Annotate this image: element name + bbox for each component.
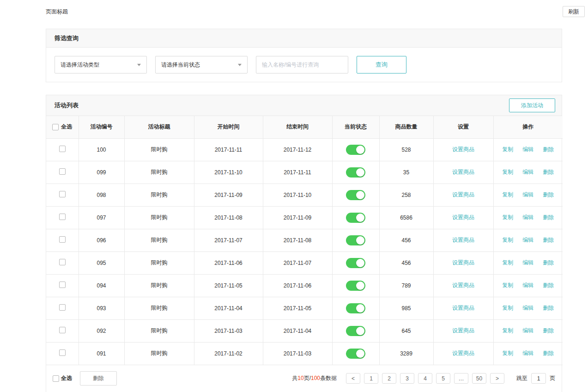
status-toggle[interactable] <box>346 281 365 291</box>
delete-link[interactable]: 删除 <box>543 191 554 199</box>
edit-link[interactable]: 编辑 <box>522 146 533 153</box>
status-toggle[interactable] <box>346 303 365 313</box>
row-checkbox[interactable] <box>59 282 66 288</box>
page-button-5[interactable]: 5 <box>436 373 450 384</box>
delete-link[interactable]: 删除 <box>543 236 554 244</box>
select-all-checkbox[interactable] <box>52 124 59 130</box>
row-checkbox[interactable] <box>59 168 66 175</box>
set-product-link[interactable]: 设置商品 <box>452 327 474 334</box>
status-toggle[interactable] <box>346 258 365 268</box>
delete-link[interactable]: 删除 <box>543 168 554 176</box>
column-start-time: 开始时间 <box>194 116 263 138</box>
refresh-button[interactable]: 刷新 <box>563 6 585 17</box>
end-time: 2017-11-09 <box>263 206 332 229</box>
jump-page-input[interactable] <box>531 373 546 384</box>
end-time: 2017-11-05 <box>263 297 332 319</box>
row-checkbox[interactable] <box>59 304 66 311</box>
edit-link[interactable]: 编辑 <box>522 304 533 312</box>
copy-link[interactable]: 复制 <box>502 304 513 312</box>
set-product-link[interactable]: 设置商品 <box>452 350 474 356</box>
next-page-button[interactable]: > <box>490 373 504 384</box>
copy-link[interactable]: 复制 <box>502 282 513 289</box>
edit-link[interactable]: 编辑 <box>522 236 533 244</box>
delete-link[interactable]: 删除 <box>543 349 554 357</box>
row-checkbox-cell <box>46 297 79 319</box>
column-actions: 操作 <box>493 116 563 138</box>
prev-page-button[interactable]: < <box>346 373 360 384</box>
activity-type-select[interactable]: 请选择活动类型 <box>55 56 147 74</box>
query-button[interactable]: 查询 <box>357 56 406 74</box>
settings-cell: 设置商品 <box>433 342 493 365</box>
edit-link[interactable]: 编辑 <box>522 168 533 176</box>
delete-link[interactable]: 删除 <box>543 214 554 221</box>
copy-link[interactable]: 复制 <box>502 191 513 199</box>
delete-link[interactable]: 删除 <box>543 304 554 312</box>
delete-link[interactable]: 删除 <box>543 327 554 335</box>
copy-link[interactable]: 复制 <box>502 146 513 153</box>
set-product-link[interactable]: 设置商品 <box>452 214 474 220</box>
page-button-3[interactable]: 3 <box>400 373 414 384</box>
page-button-50[interactable]: 50 <box>472 373 486 384</box>
status-toggle[interactable] <box>346 349 365 359</box>
add-activity-button[interactable]: 添加活动 <box>509 98 555 112</box>
set-product-link[interactable]: 设置商品 <box>452 169 474 175</box>
row-checkbox[interactable] <box>59 259 66 265</box>
copy-link[interactable]: 复制 <box>502 214 513 221</box>
copy-link[interactable]: 复制 <box>502 168 513 176</box>
filter-title: 筛选查询 <box>55 34 79 43</box>
page-button-4[interactable]: 4 <box>418 373 432 384</box>
copy-link[interactable]: 复制 <box>502 349 513 357</box>
delete-link[interactable]: 删除 <box>543 146 554 153</box>
row-checkbox[interactable] <box>59 214 66 220</box>
batch-delete-button[interactable]: 删除 <box>80 371 117 386</box>
status-toggle[interactable] <box>346 145 365 155</box>
row-checkbox-cell <box>46 206 79 229</box>
footer-select-all-checkbox[interactable] <box>53 375 59 382</box>
status-cell <box>332 274 379 297</box>
edit-link[interactable]: 编辑 <box>522 259 533 267</box>
status-toggle[interactable] <box>346 326 365 336</box>
edit-link[interactable]: 编辑 <box>522 191 533 199</box>
delete-link[interactable]: 删除 <box>543 259 554 267</box>
copy-link[interactable]: 复制 <box>502 259 513 267</box>
jump-group: 跳至 页 <box>516 373 555 384</box>
actions-cell: 复制 编辑 删除 <box>493 342 563 365</box>
row-checkbox[interactable] <box>59 327 66 333</box>
actions-cell: 复制 编辑 删除 <box>493 161 563 184</box>
activity-title: 限时购 <box>124 251 194 274</box>
row-checkbox[interactable] <box>59 236 66 243</box>
settings-cell: 设置商品 <box>433 138 493 161</box>
set-product-link[interactable]: 设置商品 <box>452 191 474 198</box>
row-checkbox-cell <box>46 342 79 365</box>
status-toggle[interactable] <box>346 235 365 245</box>
delete-link[interactable]: 删除 <box>543 282 554 289</box>
page-button-2[interactable]: 2 <box>382 373 396 384</box>
set-product-link[interactable]: 设置商品 <box>452 305 474 311</box>
set-product-link[interactable]: 设置商品 <box>452 146 474 153</box>
page-button-1[interactable]: 1 <box>364 373 378 384</box>
end-time: 2017-11-07 <box>263 251 332 274</box>
column-select-all: 全选 <box>46 116 79 138</box>
status-cell <box>332 297 379 319</box>
status-toggle[interactable] <box>346 213 365 223</box>
edit-link[interactable]: 编辑 <box>522 349 533 357</box>
footer-select-all-label: 全选 <box>61 374 72 382</box>
status-toggle[interactable] <box>346 190 365 200</box>
status-toggle[interactable] <box>346 167 365 178</box>
set-product-link[interactable]: 设置商品 <box>452 237 474 243</box>
edit-link[interactable]: 编辑 <box>522 214 533 221</box>
row-checkbox[interactable] <box>59 191 66 197</box>
current-status-select[interactable]: 请选择当前状态 <box>155 56 248 74</box>
column-activity-id: 活动编号 <box>79 116 124 138</box>
row-checkbox[interactable] <box>59 349 66 356</box>
edit-link[interactable]: 编辑 <box>522 282 533 289</box>
set-product-link[interactable]: 设置商品 <box>452 259 474 266</box>
copy-link[interactable]: 复制 <box>502 236 513 244</box>
set-product-link[interactable]: 设置商品 <box>452 282 474 288</box>
copy-link[interactable]: 复制 <box>502 327 513 335</box>
activity-id: 094 <box>79 274 124 297</box>
row-checkbox[interactable] <box>59 146 66 152</box>
product-count: 456 <box>379 229 433 251</box>
edit-link[interactable]: 编辑 <box>522 327 533 335</box>
search-input[interactable] <box>256 56 348 74</box>
